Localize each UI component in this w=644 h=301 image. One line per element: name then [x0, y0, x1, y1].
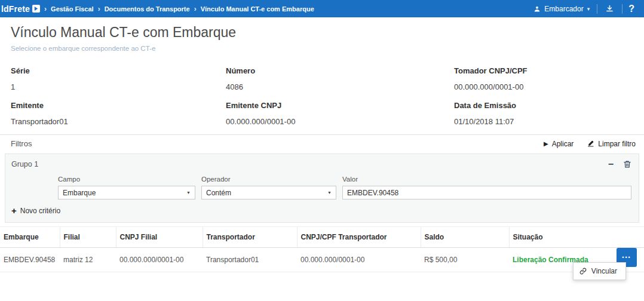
breadcrumb-documentos-transporte[interactable]: Documentos do Transporte: [105, 5, 190, 13]
select-arrow-icon: ▼: [323, 191, 332, 195]
valor-input[interactable]: [342, 186, 631, 199]
operador-label: Operador: [201, 176, 336, 183]
field-serie-value: 1: [11, 82, 226, 91]
collapse-group-button[interactable]: −: [608, 161, 614, 168]
help-button[interactable]: ?: [622, 4, 637, 14]
field-emitente-cnpj-value: 00.000.000/0001-00: [226, 117, 454, 126]
header-cnpj-filial: CNPJ Filial: [116, 227, 203, 248]
criteria-row: Campo Embarque ▼ Operador Contém ▼ Valor: [11, 176, 631, 199]
filter-group-tools: −: [608, 160, 631, 168]
brand-logo[interactable]: ldFrete: [0, 4, 40, 14]
clear-filter-button[interactable]: Limpar filtro: [587, 140, 636, 148]
filters-title: Filtros: [11, 139, 32, 148]
clear-filter-label: Limpar filtro: [598, 140, 636, 148]
breadcrumb-gestao-fiscal[interactable]: Gestão Fiscal: [51, 5, 94, 13]
field-emitente-label: Emitente: [11, 101, 226, 110]
filter-group-title: Grupo 1: [11, 160, 38, 168]
cte-details-grid: Série 1 Número 4086 Tomador CNPJ/CPF 00.…: [0, 52, 644, 134]
user-menu[interactable]: Embarcador ▾: [526, 5, 597, 13]
field-emitente-cnpj: Emitente CNPJ 00.000.000/0001-00: [226, 101, 454, 126]
table-header-row: Embarque Filial CNPJ Filial Transportado…: [0, 227, 644, 248]
filter-group-panel: Grupo 1 − Campo Embarque ▼ Operador Cont…: [5, 153, 639, 223]
vincular-label: Vincular: [591, 267, 617, 275]
field-data-emissao-value: 01/10/2018 11:07: [454, 117, 633, 126]
user-menu-label: Embarcador: [544, 5, 583, 13]
link-icon: [579, 268, 587, 275]
campo-select[interactable]: Embarque ▼: [58, 186, 195, 199]
cell-filial: matriz 12: [60, 248, 116, 272]
play-icon: ▶: [544, 140, 548, 147]
breadcrumb-vinculo-manual[interactable]: Vínculo Manual CT-e com Embarque: [201, 5, 314, 13]
plus-icon: +: [11, 207, 17, 214]
cell-embarque: EMBDEV.90458: [0, 248, 60, 272]
field-emitente: Emitente Transportador01: [11, 101, 226, 126]
chevron-down-icon: ▾: [587, 6, 590, 12]
topbar-right-cluster: Embarcador ▾ ?: [526, 4, 637, 14]
valor-label: Valor: [342, 176, 631, 183]
results-table: Embarque Filial CNPJ Filial Transportado…: [0, 226, 644, 272]
field-tomador-cnpj: Tomador CNPJ/CPF 00.000.000/0001-00: [454, 66, 633, 91]
breadcrumb-separator-icon: ›: [44, 5, 47, 13]
field-emitente-value: Transportador01: [11, 117, 226, 126]
brand-name: ldFrete: [1, 4, 30, 14]
field-tomador-cnpj-label: Tomador CNPJ/CPF: [454, 66, 633, 75]
eraser-icon: [587, 140, 594, 148]
field-serie-label: Série: [11, 66, 226, 75]
field-tomador-cnpj-value: 00.000.000/0001-00: [454, 82, 633, 91]
vincular-menu-item[interactable]: Vincular: [573, 262, 626, 280]
delete-group-button[interactable]: [623, 160, 631, 168]
cell-saldo: R$ 500,00: [421, 248, 509, 272]
download-button[interactable]: [597, 4, 622, 13]
header-filial: Filial: [60, 227, 116, 248]
cell-cnpj-transportador: 00.000.000/0001-00: [297, 248, 421, 272]
select-arrow-icon: ▼: [182, 191, 191, 195]
breadcrumb-separator-icon: ›: [194, 5, 197, 13]
operador-select[interactable]: Contém ▼: [201, 186, 336, 199]
page-header: Vínculo Manual CT-e com Embarque Selecio…: [0, 17, 644, 52]
user-icon: [533, 5, 541, 13]
results-table-container: Embarque Filial CNPJ Filial Transportado…: [0, 226, 644, 272]
field-numero: Número 4086: [226, 66, 454, 91]
header-situacao: Situação: [509, 227, 644, 248]
new-criteria-button[interactable]: + Novo critério: [11, 207, 631, 215]
breadcrumb-separator-icon: ›: [98, 5, 100, 13]
field-data-emissao-label: Data de Emissão: [454, 101, 633, 110]
header-saldo: Saldo: [421, 227, 509, 248]
filter-group-header: Grupo 1 −: [11, 160, 631, 168]
top-navigation-bar: ldFrete › Gestão Fiscal › Documentos do …: [0, 0, 644, 17]
header-cnpj-transportador: CNPJ/CPF Transportador: [297, 227, 421, 248]
filters-actions: ▶ Aplicar Limpar filtro: [544, 140, 636, 148]
page-subtitle: Selecione o embarque correspondente ao C…: [11, 45, 633, 52]
operador-select-value: Contém: [206, 189, 231, 197]
download-icon: [605, 4, 614, 13]
cell-transportador: Transportador01: [203, 248, 297, 272]
filters-bar: Filtros ▶ Aplicar Limpar filtro: [0, 134, 644, 151]
apply-filter-button[interactable]: ▶ Aplicar: [544, 140, 574, 148]
field-emitente-cnpj-label: Emitente CNPJ: [226, 101, 454, 110]
field-numero-value: 4086: [226, 82, 454, 91]
campo-control: Campo Embarque ▼: [58, 176, 195, 199]
field-data-emissao: Data de Emissão 01/10/2018 11:07: [454, 101, 633, 126]
apply-filter-label: Aplicar: [552, 140, 574, 148]
brand-flag-icon: [32, 5, 40, 13]
trash-icon: [623, 160, 631, 168]
header-transportador: Transportador: [203, 227, 297, 248]
cell-cnpj-filial: 00.000.000/0001-00: [116, 248, 203, 272]
campo-select-value: Embarque: [63, 189, 96, 197]
header-embarque: Embarque: [0, 227, 60, 248]
field-numero-label: Número: [226, 66, 454, 75]
new-criteria-label: Novo critério: [20, 207, 60, 215]
field-serie: Série 1: [11, 66, 226, 91]
page-title: Vínculo Manual CT-e com Embarque: [11, 24, 633, 41]
operador-control: Operador Contém ▼: [201, 176, 336, 199]
valor-control: Valor: [342, 176, 631, 199]
table-row[interactable]: EMBDEV.90458 matriz 12 00.000.000/0001-0…: [0, 248, 644, 272]
campo-label: Campo: [58, 176, 195, 183]
